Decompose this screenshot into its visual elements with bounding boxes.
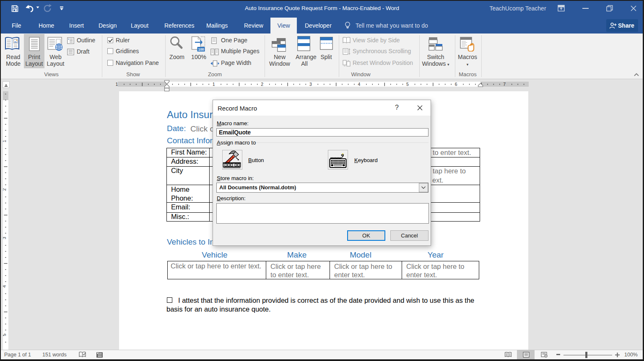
svg-text:2: 2 [261,82,263,87]
svg-text:6: 6 [455,82,457,87]
svg-text:1: 1 [213,82,215,87]
svg-text:2: 2 [3,188,7,191]
svg-text:4: 4 [358,82,360,87]
svg-text:100: 100 [198,47,204,52]
svg-text:5: 5 [406,82,409,87]
svg-text:3: 3 [309,82,312,87]
svg-text:7: 7 [503,82,506,87]
svg-text:1: 1 [3,140,7,142]
svg-text:3: 3 [3,237,7,239]
svg-text:1: 1 [115,82,118,87]
svg-text:4: 4 [3,285,7,288]
svg-text:5: 5 [3,333,7,336]
